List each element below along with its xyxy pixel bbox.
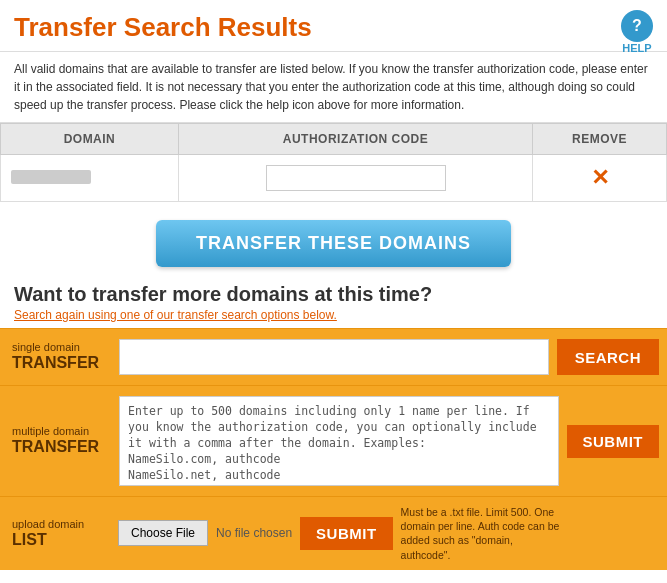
upload-submit-button[interactable]: SUBMIT (300, 517, 393, 550)
description-text: All valid domains that are available to … (0, 52, 667, 123)
upload-transfer-content: Choose File No file chosen SUBMIT Must b… (110, 497, 667, 570)
multiple-transfer-content: Enter up to 500 domains including only 1… (111, 386, 667, 496)
multiple-submit-button[interactable]: SUBMIT (567, 425, 660, 458)
upload-small-text: upload domain (12, 518, 98, 530)
help-label: HELP (621, 42, 653, 54)
domain-cell (1, 155, 179, 202)
remove-cell[interactable]: ✕ (533, 155, 667, 202)
help-icon[interactable]: ? HELP (621, 10, 653, 54)
help-circle: ? (621, 10, 653, 42)
single-big-text: TRANSFER (12, 353, 99, 372)
table-row: ✕ (1, 155, 667, 202)
single-domain-input[interactable] (119, 339, 549, 375)
want-more-section: Want to transfer more domains at this ti… (0, 283, 667, 328)
transfer-domains-button[interactable]: TRANSFER THESE DOMAINS (156, 220, 511, 267)
col-header-auth: AUTHORIZATION CODE (178, 124, 532, 155)
multiple-transfer-section: multiple domain TRANSFER Enter up to 500… (0, 385, 667, 496)
upload-note: Must be a .txt file. Limit 500. One doma… (401, 505, 561, 562)
upload-transfer-section: upload domain LIST Choose File No file c… (0, 496, 667, 570)
upload-big-text: LIST (12, 530, 98, 549)
single-small-text: single domain (12, 341, 99, 353)
auth-code-cell (178, 155, 532, 202)
single-transfer-section: single domain TRANSFER SEARCH (0, 328, 667, 385)
upload-transfer-label: upload domain LIST (0, 497, 110, 570)
single-transfer-content: SEARCH (111, 329, 667, 385)
domain-table-wrap: DOMAIN AUTHORIZATION CODE REMOVE ✕ (0, 123, 667, 202)
domain-table: DOMAIN AUTHORIZATION CODE REMOVE ✕ (0, 123, 667, 202)
multiple-small-text: multiple domain (12, 425, 99, 437)
single-transfer-label: single domain TRANSFER (0, 329, 111, 385)
header: Transfer Search Results ? HELP (0, 0, 667, 52)
col-header-remove: REMOVE (533, 124, 667, 155)
domain-blurred-value (11, 170, 91, 184)
transfer-button-wrap: TRANSFER THESE DOMAINS (0, 202, 667, 283)
col-header-domain: DOMAIN (1, 124, 179, 155)
multiple-domain-textarea[interactable]: Enter up to 500 domains including only 1… (119, 396, 558, 486)
single-search-button[interactable]: SEARCH (557, 339, 659, 375)
remove-button[interactable]: ✕ (591, 165, 609, 190)
no-file-label: No file chosen (216, 526, 292, 540)
choose-file-button[interactable]: Choose File (118, 520, 208, 546)
auth-code-input[interactable] (266, 165, 446, 191)
want-more-heading: Want to transfer more domains at this ti… (14, 283, 653, 306)
page-title: Transfer Search Results (14, 12, 653, 43)
multiple-transfer-label: multiple domain TRANSFER (0, 386, 111, 496)
search-options-link[interactable]: Search again using one of our transfer s… (14, 308, 653, 322)
multiple-big-text: TRANSFER (12, 437, 99, 456)
